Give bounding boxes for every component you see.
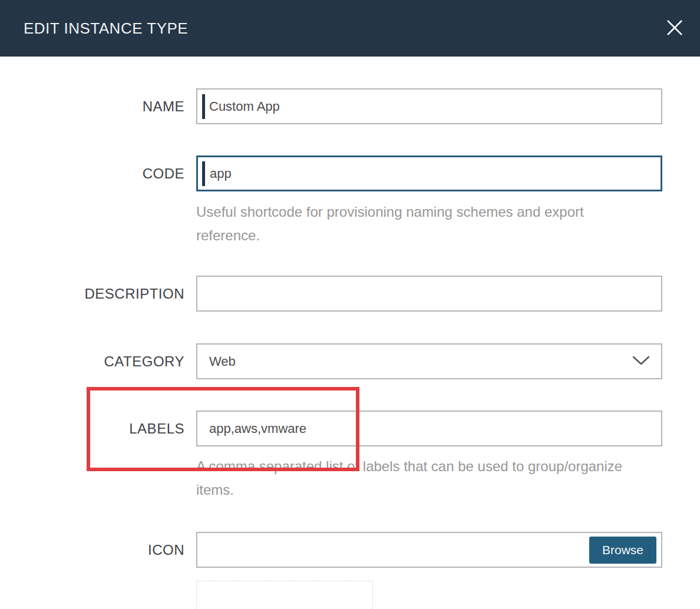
name-field-row: NAME [0, 88, 700, 124]
category-select[interactable]: Web [196, 343, 662, 379]
description-label: DESCRIPTION [0, 286, 184, 302]
name-input-wrap [196, 88, 662, 124]
modal-header: EDIT INSTANCE TYPE [0, 0, 700, 57]
code-input[interactable] [196, 155, 662, 191]
name-input[interactable] [196, 88, 662, 124]
icon-input-wrap: Browse [196, 532, 662, 568]
labels-input[interactable] [196, 411, 662, 446]
modal-title: EDIT INSTANCE TYPE [24, 19, 188, 38]
labels-help-text: A comma separated list of labels that ca… [196, 455, 650, 502]
input-accent-bar [202, 161, 205, 186]
code-field-row: CODE [0, 155, 700, 191]
category-select-wrap: Web [196, 343, 662, 379]
labels-label: LABELS [0, 421, 184, 437]
description-input-wrap [196, 276, 662, 312]
description-field-row: DESCRIPTION [0, 276, 700, 312]
input-accent-bar [202, 94, 205, 119]
name-label: NAME [0, 98, 184, 115]
description-input[interactable] [196, 276, 662, 312]
code-help-text: Useful shortcode for provisioning naming… [196, 200, 650, 247]
icon-label: ICON [0, 542, 184, 558]
code-label: CODE [0, 166, 184, 182]
code-input-wrap [196, 155, 662, 191]
edit-instance-type-modal: EDIT INSTANCE TYPE NAME CODE Useful shor… [0, 0, 700, 609]
icon-preview-dropzone[interactable] [196, 581, 373, 609]
category-field-row: CATEGORY Web [0, 343, 700, 379]
labels-input-wrap [196, 411, 662, 446]
labels-field-row: LABELS [0, 411, 700, 446]
category-label: CATEGORY [0, 353, 184, 370]
browse-button[interactable]: Browse [589, 537, 656, 564]
close-icon [665, 18, 684, 39]
chevron-down-icon [632, 354, 651, 369]
category-selected-value: Web [209, 354, 236, 369]
close-button[interactable] [660, 14, 689, 43]
icon-field-row: ICON Browse [0, 532, 700, 568]
